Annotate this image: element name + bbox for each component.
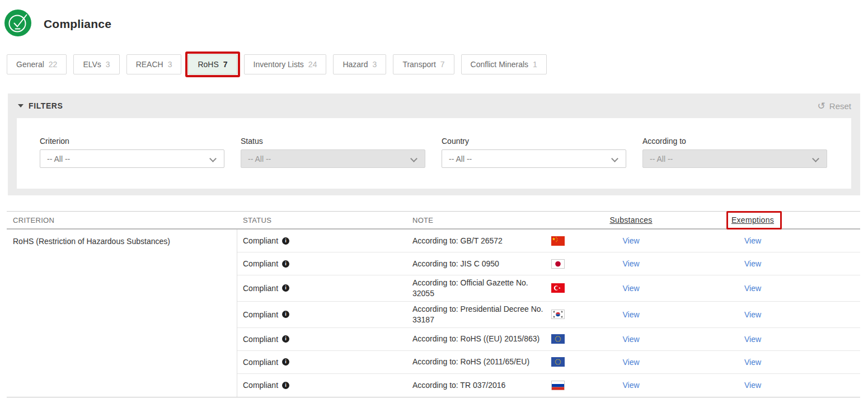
flag-china-icon (551, 236, 565, 246)
substances-view-link[interactable]: View (622, 358, 639, 367)
flag-cell (551, 381, 574, 390)
tabs: General 22 ELVs 3 REACH 3 RoHS 7 Invento… (7, 54, 868, 74)
note-cell: According to: GB/T 26572 (412, 233, 551, 249)
substances-cell: View (574, 380, 688, 390)
status-text: Compliant (243, 236, 278, 245)
tab-hazard[interactable]: Hazard 3 (333, 54, 386, 74)
exemptions-view-link[interactable]: View (744, 236, 761, 245)
status-text: Compliant (243, 381, 278, 390)
filters-collapse-toggle[interactable]: FILTERS (18, 101, 63, 110)
tab-transport[interactable]: Transport 7 (393, 54, 454, 74)
page-header: Compliance (0, 0, 868, 39)
tab-general[interactable]: General 22 (7, 54, 67, 74)
filters-fields: Criterion -- All -- Status -- All -- Cou… (17, 118, 851, 189)
tab-count-badge: 7 (440, 60, 445, 69)
info-icon[interactable]: i (282, 237, 289, 245)
flag-eu-icon (551, 334, 565, 344)
reset-filters-button[interactable]: ↺ Reset (818, 101, 851, 111)
status-select[interactable]: -- All -- (241, 149, 425, 168)
substances-cell: View (574, 334, 688, 344)
note-cell: According to: Presidential Decree No. 33… (412, 302, 551, 327)
note-cell: According to: JIS C 0950 (412, 256, 551, 271)
tab-label: ELVs (83, 60, 101, 69)
tab-label: Conflict Minerals (471, 60, 528, 69)
according-to-select[interactable]: -- All -- (642, 149, 827, 168)
tab-reach[interactable]: REACH 3 (126, 54, 182, 74)
tab-label: REACH (136, 60, 163, 69)
info-icon[interactable]: i (282, 358, 289, 366)
substances-view-link[interactable]: View (622, 381, 639, 390)
table-row: Compliant i According to: Official Gazet… (237, 275, 860, 302)
note-cell: According to: Official Gazette No. 32055 (412, 275, 551, 301)
criterion-select[interactable]: -- All -- (40, 149, 224, 168)
flag-cell (551, 283, 574, 293)
filter-label: Status (241, 137, 425, 146)
tab-elvs[interactable]: ELVs 3 (73, 54, 119, 74)
flag-eu-icon (551, 357, 565, 367)
substances-view-link[interactable]: View (622, 284, 639, 293)
flag-turkey-icon (551, 283, 565, 293)
page-title: Compliance (44, 17, 111, 31)
exemptions-view-link[interactable]: View (744, 259, 761, 268)
exemptions-view-link[interactable]: View (744, 335, 761, 344)
exemptions-cell: View (688, 259, 817, 269)
exemptions-view-link[interactable]: View (744, 358, 761, 367)
column-header-substances: Substances (574, 216, 688, 224)
substances-cell: View (574, 310, 688, 320)
status-text: Compliant (243, 310, 278, 319)
substances-cell: View (574, 236, 688, 246)
column-header-exemptions: Exemptions (688, 216, 817, 224)
criterion-cell: RoHS (Restriction of Hazardous Substance… (7, 230, 237, 397)
note-cell: According to: RoHS ((EU) 2015/863) (412, 331, 551, 347)
flag-cell (551, 334, 574, 344)
column-header-status: STATUS (237, 216, 412, 224)
tab-count-badge: 3 (373, 60, 377, 69)
status-cell: Compliant i (237, 381, 412, 390)
substances-view-link[interactable]: View (622, 335, 639, 344)
exemptions-cell: View (688, 236, 817, 246)
flag-russia-icon (551, 381, 565, 390)
exemptions-view-link[interactable]: View (744, 310, 761, 319)
status-text: Compliant (243, 284, 278, 293)
info-icon[interactable]: i (282, 382, 289, 389)
status-cell: Compliant i (237, 335, 412, 344)
select-value: -- All -- (248, 154, 271, 163)
table-row: Compliant i According to: Presidential D… (237, 302, 860, 328)
exemptions-view-link[interactable]: View (744, 381, 761, 390)
exemptions-header-link[interactable]: Exemptions (731, 216, 774, 224)
select-value: -- All -- (650, 154, 673, 163)
info-icon[interactable]: i (282, 311, 289, 318)
status-cell: Compliant i (237, 236, 412, 245)
tab-count-badge: 3 (168, 60, 172, 69)
tab-rohs[interactable]: RoHS 7 (188, 54, 237, 74)
tab-count-badge: 24 (308, 60, 317, 69)
tab-label: Transport (402, 60, 435, 69)
substances-view-link[interactable]: View (622, 310, 639, 319)
column-header-note: NOTE (412, 216, 551, 224)
flag-cell (551, 310, 574, 319)
tab-label: RoHS (198, 60, 218, 69)
status-text: Compliant (243, 358, 278, 367)
substances-cell: View (574, 283, 688, 293)
country-select[interactable]: -- All -- (442, 149, 626, 168)
tab-inventory-lists[interactable]: Inventory Lists 24 (244, 54, 327, 74)
chevron-down-icon (812, 155, 819, 162)
select-value: -- All -- (47, 154, 70, 163)
filters-header: FILTERS ↺ Reset (8, 93, 860, 118)
info-icon[interactable]: i (282, 284, 289, 292)
status-text: Compliant (243, 259, 278, 268)
chevron-down-icon (410, 155, 417, 162)
exemptions-cell: View (688, 357, 817, 367)
exemptions-view-link[interactable]: View (744, 284, 761, 293)
tab-label: Inventory Lists (254, 60, 304, 69)
substances-view-link[interactable]: View (622, 259, 639, 268)
filter-label: Criterion (40, 137, 224, 146)
filter-label: Country (442, 137, 626, 146)
substances-cell: View (574, 357, 688, 367)
status-cell: Compliant i (237, 259, 412, 268)
info-icon[interactable]: i (282, 260, 289, 268)
tab-conflict-minerals[interactable]: Conflict Minerals 1 (461, 54, 547, 74)
substances-view-link[interactable]: View (622, 236, 639, 245)
info-icon[interactable]: i (282, 335, 289, 343)
substances-header-link[interactable]: Substances (609, 216, 652, 224)
